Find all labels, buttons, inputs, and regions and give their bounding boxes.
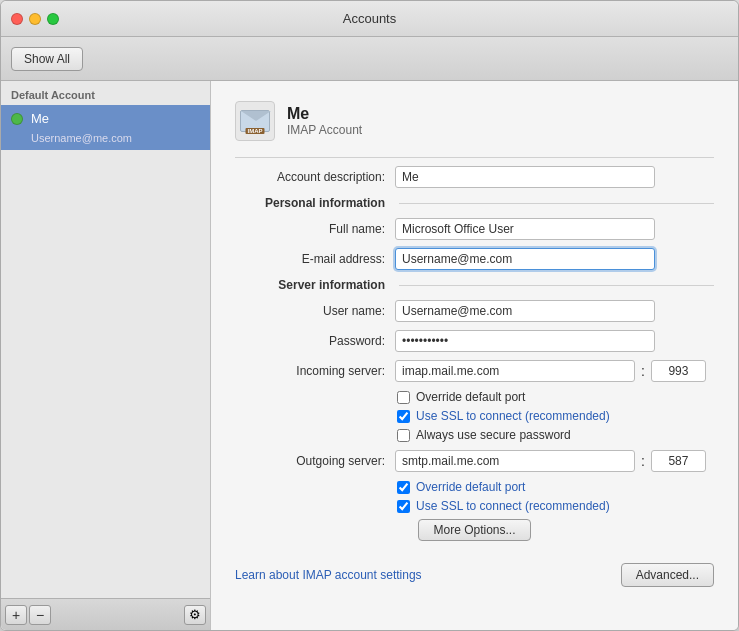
account-description-row: Account description:	[235, 166, 714, 188]
incoming-port-colon: :	[641, 363, 645, 379]
bottom-bar: Learn about IMAP account settings Advanc…	[235, 555, 714, 587]
window-title: Accounts	[343, 11, 396, 26]
server-info-section: Server information	[235, 278, 714, 292]
minimize-button[interactable]	[29, 13, 41, 25]
header-divider	[235, 157, 714, 158]
outgoing-server-input[interactable]	[395, 450, 635, 472]
personal-info-heading: Personal information	[235, 196, 385, 210]
sidebar-section-label: Default Account	[1, 81, 210, 105]
personal-info-section: Personal information	[235, 196, 714, 210]
imap-icon: IMAP	[235, 101, 275, 141]
server-info-heading: Server information	[235, 278, 385, 292]
show-all-button[interactable]: Show All	[11, 47, 83, 71]
accounts-window: Accounts Show All Default Account Me Use…	[0, 0, 739, 631]
traffic-lights	[11, 13, 59, 25]
username-input[interactable]	[395, 300, 655, 322]
full-name-input[interactable]	[395, 218, 655, 240]
content-area: Default Account Me Username@me.com + − ⚙	[1, 81, 738, 630]
password-row: Password:	[235, 330, 714, 352]
incoming-server-label: Incoming server:	[235, 364, 385, 378]
account-type-label: IMAP Account	[287, 123, 362, 137]
sidebar-spacer	[1, 150, 210, 598]
override-incoming-label: Override default port	[416, 390, 525, 404]
ssl-outgoing-row: Use SSL to connect (recommended)	[235, 499, 714, 513]
outgoing-port-colon: :	[641, 453, 645, 469]
override-incoming-checkbox[interactable]	[397, 391, 410, 404]
imap-badge: IMAP	[246, 128, 265, 134]
sidebar-account-email: Username@me.com	[1, 132, 210, 150]
email-input[interactable]	[395, 248, 655, 270]
incoming-server-input[interactable]	[395, 360, 635, 382]
more-options-button[interactable]: More Options...	[418, 519, 530, 541]
sidebar-item-me[interactable]: Me	[1, 105, 210, 132]
gear-button[interactable]: ⚙	[184, 605, 206, 625]
account-header: IMAP Me IMAP Account	[235, 101, 714, 141]
always-secure-row: Always use secure password	[235, 428, 714, 442]
more-options-row: More Options...	[235, 519, 714, 541]
always-secure-label: Always use secure password	[416, 428, 571, 442]
always-secure-checkbox[interactable]	[397, 429, 410, 442]
password-input[interactable]	[395, 330, 655, 352]
close-button[interactable]	[11, 13, 23, 25]
outgoing-port-input[interactable]	[651, 450, 706, 472]
remove-account-button[interactable]: −	[29, 605, 51, 625]
learn-link[interactable]: Learn about IMAP account settings	[235, 568, 422, 582]
incoming-server-group: :	[395, 360, 706, 382]
ssl-incoming-label: Use SSL to connect (recommended)	[416, 409, 610, 423]
override-incoming-row: Override default port	[235, 390, 714, 404]
titlebar: Accounts	[1, 1, 738, 37]
email-row: E-mail address:	[235, 248, 714, 270]
account-description-label: Account description:	[235, 170, 385, 184]
account-description-input[interactable]	[395, 166, 655, 188]
account-display-name: Me	[287, 105, 362, 123]
override-outgoing-checkbox[interactable]	[397, 481, 410, 494]
sidebar-bottom-bar: + − ⚙	[1, 598, 210, 630]
ssl-incoming-checkbox[interactable]	[397, 410, 410, 423]
account-status-icon	[11, 113, 23, 125]
account-header-text: Me IMAP Account	[287, 105, 362, 137]
override-outgoing-row: Override default port	[235, 480, 714, 494]
add-account-button[interactable]: +	[5, 605, 27, 625]
outgoing-server-group: :	[395, 450, 706, 472]
full-name-row: Full name:	[235, 218, 714, 240]
sidebar: Default Account Me Username@me.com + − ⚙	[1, 81, 211, 630]
username-label: User name:	[235, 304, 385, 318]
override-outgoing-label: Override default port	[416, 480, 525, 494]
maximize-button[interactable]	[47, 13, 59, 25]
ssl-incoming-row: Use SSL to connect (recommended)	[235, 409, 714, 423]
main-panel: IMAP Me IMAP Account Account description…	[211, 81, 738, 630]
toolbar: Show All	[1, 37, 738, 81]
ssl-outgoing-label: Use SSL to connect (recommended)	[416, 499, 610, 513]
advanced-button[interactable]: Advanced...	[621, 563, 714, 587]
password-label: Password:	[235, 334, 385, 348]
incoming-server-row: Incoming server: :	[235, 360, 714, 382]
full-name-label: Full name:	[235, 222, 385, 236]
ssl-outgoing-checkbox[interactable]	[397, 500, 410, 513]
sidebar-account-name: Me	[31, 111, 49, 126]
username-row: User name:	[235, 300, 714, 322]
outgoing-server-row: Outgoing server: :	[235, 450, 714, 472]
outgoing-server-label: Outgoing server:	[235, 454, 385, 468]
incoming-port-input[interactable]	[651, 360, 706, 382]
email-label: E-mail address:	[235, 252, 385, 266]
